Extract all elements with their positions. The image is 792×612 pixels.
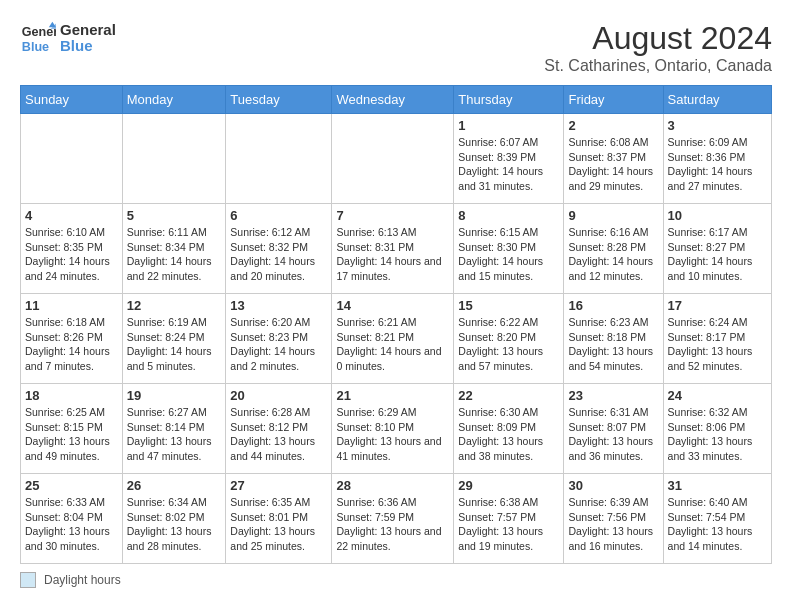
calendar-cell: 10Sunrise: 6:17 AM Sunset: 8:27 PM Dayli… [663, 204, 771, 294]
page-header: General Blue General Blue August 2024 St… [20, 20, 772, 75]
day-info: Sunrise: 6:27 AM Sunset: 8:14 PM Dayligh… [127, 405, 222, 464]
day-number: 30 [568, 478, 658, 493]
calendar-cell: 30Sunrise: 6:39 AM Sunset: 7:56 PM Dayli… [564, 474, 663, 564]
day-info: Sunrise: 6:13 AM Sunset: 8:31 PM Dayligh… [336, 225, 449, 284]
calendar-cell: 4Sunrise: 6:10 AM Sunset: 8:35 PM Daylig… [21, 204, 123, 294]
day-number: 31 [668, 478, 767, 493]
calendar-cell: 5Sunrise: 6:11 AM Sunset: 8:34 PM Daylig… [122, 204, 226, 294]
calendar-header-row: SundayMondayTuesdayWednesdayThursdayFrid… [21, 86, 772, 114]
calendar-cell: 21Sunrise: 6:29 AM Sunset: 8:10 PM Dayli… [332, 384, 454, 474]
calendar-cell [122, 114, 226, 204]
day-number: 28 [336, 478, 449, 493]
svg-text:Blue: Blue [22, 40, 49, 54]
calendar-cell: 9Sunrise: 6:16 AM Sunset: 8:28 PM Daylig… [564, 204, 663, 294]
day-info: Sunrise: 6:22 AM Sunset: 8:20 PM Dayligh… [458, 315, 559, 374]
day-number: 20 [230, 388, 327, 403]
calendar-cell: 27Sunrise: 6:35 AM Sunset: 8:01 PM Dayli… [226, 474, 332, 564]
day-number: 12 [127, 298, 222, 313]
legend-box [20, 572, 36, 588]
calendar-cell: 7Sunrise: 6:13 AM Sunset: 8:31 PM Daylig… [332, 204, 454, 294]
logo-icon: General Blue [20, 20, 56, 56]
calendar-cell: 20Sunrise: 6:28 AM Sunset: 8:12 PM Dayli… [226, 384, 332, 474]
day-number: 15 [458, 298, 559, 313]
day-info: Sunrise: 6:07 AM Sunset: 8:39 PM Dayligh… [458, 135, 559, 194]
day-info: Sunrise: 6:34 AM Sunset: 8:02 PM Dayligh… [127, 495, 222, 554]
calendar-table: SundayMondayTuesdayWednesdayThursdayFrid… [20, 85, 772, 564]
day-info: Sunrise: 6:24 AM Sunset: 8:17 PM Dayligh… [668, 315, 767, 374]
calendar-cell: 2Sunrise: 6:08 AM Sunset: 8:37 PM Daylig… [564, 114, 663, 204]
day-info: Sunrise: 6:09 AM Sunset: 8:36 PM Dayligh… [668, 135, 767, 194]
calendar-cell: 1Sunrise: 6:07 AM Sunset: 8:39 PM Daylig… [454, 114, 564, 204]
calendar-cell: 23Sunrise: 6:31 AM Sunset: 8:07 PM Dayli… [564, 384, 663, 474]
header-wednesday: Wednesday [332, 86, 454, 114]
day-number: 10 [668, 208, 767, 223]
day-number: 14 [336, 298, 449, 313]
day-info: Sunrise: 6:11 AM Sunset: 8:34 PM Dayligh… [127, 225, 222, 284]
calendar-cell: 26Sunrise: 6:34 AM Sunset: 8:02 PM Dayli… [122, 474, 226, 564]
day-number: 19 [127, 388, 222, 403]
day-number: 21 [336, 388, 449, 403]
day-number: 4 [25, 208, 118, 223]
logo-line2: Blue [60, 38, 116, 55]
day-number: 3 [668, 118, 767, 133]
calendar-cell: 31Sunrise: 6:40 AM Sunset: 7:54 PM Dayli… [663, 474, 771, 564]
day-number: 13 [230, 298, 327, 313]
day-number: 5 [127, 208, 222, 223]
day-number: 1 [458, 118, 559, 133]
calendar-cell: 17Sunrise: 6:24 AM Sunset: 8:17 PM Dayli… [663, 294, 771, 384]
day-number: 25 [25, 478, 118, 493]
calendar-cell: 24Sunrise: 6:32 AM Sunset: 8:06 PM Dayli… [663, 384, 771, 474]
calendar-cell: 19Sunrise: 6:27 AM Sunset: 8:14 PM Dayli… [122, 384, 226, 474]
week-row-3: 18Sunrise: 6:25 AM Sunset: 8:15 PM Dayli… [21, 384, 772, 474]
day-info: Sunrise: 6:35 AM Sunset: 8:01 PM Dayligh… [230, 495, 327, 554]
day-number: 9 [568, 208, 658, 223]
day-number: 22 [458, 388, 559, 403]
calendar-cell: 28Sunrise: 6:36 AM Sunset: 7:59 PM Dayli… [332, 474, 454, 564]
calendar-cell: 22Sunrise: 6:30 AM Sunset: 8:09 PM Dayli… [454, 384, 564, 474]
calendar-cell: 25Sunrise: 6:33 AM Sunset: 8:04 PM Dayli… [21, 474, 123, 564]
day-info: Sunrise: 6:31 AM Sunset: 8:07 PM Dayligh… [568, 405, 658, 464]
legend-label: Daylight hours [44, 573, 121, 587]
week-row-4: 25Sunrise: 6:33 AM Sunset: 8:04 PM Dayli… [21, 474, 772, 564]
calendar-cell [226, 114, 332, 204]
calendar-cell: 16Sunrise: 6:23 AM Sunset: 8:18 PM Dayli… [564, 294, 663, 384]
svg-text:General: General [22, 25, 56, 39]
day-info: Sunrise: 6:30 AM Sunset: 8:09 PM Dayligh… [458, 405, 559, 464]
header-thursday: Thursday [454, 86, 564, 114]
calendar-cell: 13Sunrise: 6:20 AM Sunset: 8:23 PM Dayli… [226, 294, 332, 384]
day-number: 8 [458, 208, 559, 223]
day-number: 11 [25, 298, 118, 313]
day-number: 18 [25, 388, 118, 403]
calendar-cell [332, 114, 454, 204]
day-number: 16 [568, 298, 658, 313]
header-friday: Friday [564, 86, 663, 114]
day-info: Sunrise: 6:20 AM Sunset: 8:23 PM Dayligh… [230, 315, 327, 374]
day-info: Sunrise: 6:28 AM Sunset: 8:12 PM Dayligh… [230, 405, 327, 464]
week-row-2: 11Sunrise: 6:18 AM Sunset: 8:26 PM Dayli… [21, 294, 772, 384]
header-sunday: Sunday [21, 86, 123, 114]
day-number: 26 [127, 478, 222, 493]
header-monday: Monday [122, 86, 226, 114]
day-info: Sunrise: 6:16 AM Sunset: 8:28 PM Dayligh… [568, 225, 658, 284]
calendar-cell: 12Sunrise: 6:19 AM Sunset: 8:24 PM Dayli… [122, 294, 226, 384]
day-info: Sunrise: 6:12 AM Sunset: 8:32 PM Dayligh… [230, 225, 327, 284]
day-number: 6 [230, 208, 327, 223]
day-info: Sunrise: 6:15 AM Sunset: 8:30 PM Dayligh… [458, 225, 559, 284]
day-number: 23 [568, 388, 658, 403]
day-info: Sunrise: 6:23 AM Sunset: 8:18 PM Dayligh… [568, 315, 658, 374]
day-info: Sunrise: 6:17 AM Sunset: 8:27 PM Dayligh… [668, 225, 767, 284]
calendar-cell: 18Sunrise: 6:25 AM Sunset: 8:15 PM Dayli… [21, 384, 123, 474]
page-title: August 2024 [544, 20, 772, 57]
calendar-cell: 15Sunrise: 6:22 AM Sunset: 8:20 PM Dayli… [454, 294, 564, 384]
day-info: Sunrise: 6:25 AM Sunset: 8:15 PM Dayligh… [25, 405, 118, 464]
page-subtitle: St. Catharines, Ontario, Canada [544, 57, 772, 75]
day-info: Sunrise: 6:32 AM Sunset: 8:06 PM Dayligh… [668, 405, 767, 464]
day-info: Sunrise: 6:29 AM Sunset: 8:10 PM Dayligh… [336, 405, 449, 464]
title-block: August 2024 St. Catharines, Ontario, Can… [544, 20, 772, 75]
day-info: Sunrise: 6:38 AM Sunset: 7:57 PM Dayligh… [458, 495, 559, 554]
day-info: Sunrise: 6:39 AM Sunset: 7:56 PM Dayligh… [568, 495, 658, 554]
calendar-cell: 6Sunrise: 6:12 AM Sunset: 8:32 PM Daylig… [226, 204, 332, 294]
week-row-1: 4Sunrise: 6:10 AM Sunset: 8:35 PM Daylig… [21, 204, 772, 294]
day-number: 2 [568, 118, 658, 133]
calendar-cell: 11Sunrise: 6:18 AM Sunset: 8:26 PM Dayli… [21, 294, 123, 384]
